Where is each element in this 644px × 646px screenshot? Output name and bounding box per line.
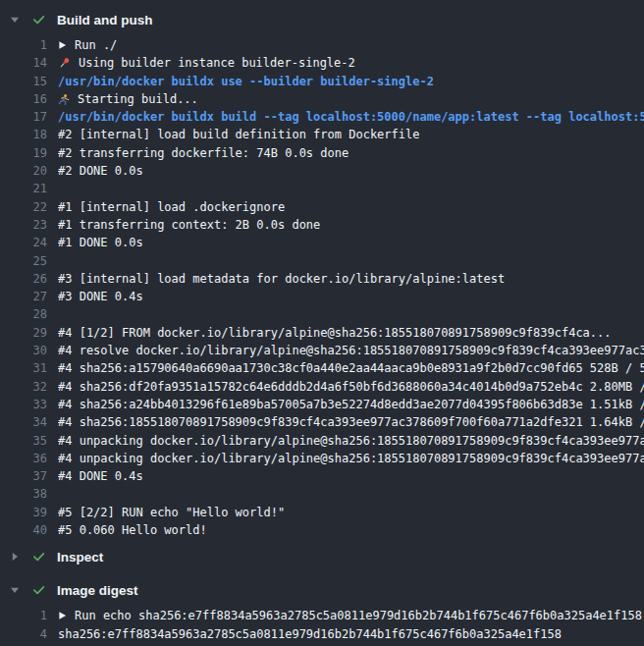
chevron-right-icon[interactable] (10, 552, 20, 562)
log-line: 36#4 unpacking docker.io/library/alpine@… (0, 450, 644, 467)
line-number[interactable]: 40 (0, 521, 47, 539)
line-number[interactable]: 1 (0, 36, 47, 54)
log-text: Using builder instance builder-single-2 (58, 54, 355, 72)
log-line: 18#2 [internal] load build definition fr… (0, 126, 644, 143)
log-line: 23#1 transferring context: 2B 0.0s done (0, 216, 644, 234)
log-line: 31#4 sha256:a15790640a6690aa1730c38cf0a4… (0, 359, 644, 377)
log-text: #1 transferring context: 2B 0.0s done (58, 216, 320, 234)
log-line: 16Starting build... (0, 90, 644, 108)
line-number[interactable]: 20 (0, 162, 47, 180)
log-text: sha256:e7ff8834a5963a2785c5a0811e979d16b… (58, 625, 562, 643)
log-line: 29#4 [1/2] FROM docker.io/library/alpine… (0, 324, 644, 342)
section-header-image-digest[interactable]: Image digest (0, 580, 644, 600)
line-number[interactable]: 32 (0, 378, 47, 396)
line-number[interactable]: 39 (0, 504, 47, 521)
line-number[interactable]: 30 (0, 342, 47, 359)
line-number[interactable]: 14 (0, 54, 47, 72)
log-text: #3 DONE 0.4s (58, 288, 143, 305)
log-line: 14Using builder instance builder-single-… (0, 54, 644, 72)
log-text: Run ./ (58, 36, 117, 54)
line-number[interactable]: 27 (0, 288, 47, 305)
log-text: #2 DONE 0.0s (58, 162, 143, 180)
section-title: Image digest (57, 583, 138, 598)
log-text: Run echo sha256:e7ff8834a5963a2785c5a081… (58, 607, 642, 624)
log-line: 25 (0, 252, 644, 270)
log-text: #1 [internal] load .dockerignore (58, 198, 285, 216)
log-line: 26#3 [internal] load metadata for docker… (0, 270, 644, 288)
line-number[interactable]: 1 (0, 607, 47, 624)
log-text: #4 sha256:a24bb4013296f61e89ba57005a7b3e… (58, 396, 644, 413)
line-number[interactable]: 36 (0, 450, 47, 467)
line-number[interactable]: 25 (0, 252, 47, 270)
pushpin-icon (58, 57, 71, 70)
line-number[interactable]: 4 (0, 625, 47, 643)
log-line: 4sha256:e7ff8834a5963a2785c5a0811e979d16… (0, 625, 644, 643)
line-number[interactable]: 21 (0, 180, 47, 197)
line-number[interactable]: 38 (0, 485, 47, 503)
log-line: 19#2 transferring dockerfile: 74B 0.0s d… (0, 144, 644, 162)
log-line: 39#5 [2/2] RUN echo "Hello world!" (0, 504, 644, 521)
log-line: 40#5 0.060 Hello world! (0, 521, 644, 539)
section-header-inspect[interactable]: Inspect (0, 547, 644, 566)
log-text: #4 DONE 0.4s (58, 467, 143, 485)
log-text: #5 [2/2] RUN echo "Hello world!" (58, 504, 285, 521)
log-text: #1 DONE 0.0s (58, 234, 143, 251)
log-line: 33#4 sha256:a24bb4013296f61e89ba57005a7b… (0, 396, 644, 413)
log-text: #5 0.060 Hello world! (58, 521, 207, 539)
section-title: Inspect (57, 550, 103, 565)
log-text: #3 [internal] load metadata for docker.i… (58, 270, 505, 288)
chevron-down-icon[interactable] (10, 15, 20, 25)
line-number[interactable]: 17 (0, 108, 47, 126)
log-line: 30#4 resolve docker.io/library/alpine@sh… (0, 342, 644, 359)
log-line: 24#1 DONE 0.0s (0, 234, 644, 251)
log-line: 21 (0, 180, 644, 197)
log-line: 20#2 DONE 0.0s (0, 162, 644, 180)
line-number[interactable]: 29 (0, 324, 47, 342)
line-number[interactable]: 26 (0, 270, 47, 288)
log-line: 22#1 [internal] load .dockerignore (0, 198, 644, 216)
line-number[interactable]: 31 (0, 359, 47, 377)
log-text: #4 sha256:185518070891758909c9f839cf4ca3… (58, 413, 644, 431)
log-text: #4 resolve docker.io/library/alpine@sha2… (58, 342, 644, 359)
log-text: #4 unpacking docker.io/library/alpine@sh… (58, 450, 644, 467)
line-number[interactable]: 28 (0, 305, 47, 323)
log-text: #2 [internal] load build definition from… (58, 126, 419, 143)
log-line: 34#4 sha256:185518070891758909c9f839cf4c… (0, 413, 644, 431)
log-line: 1Run echo sha256:e7ff8834a5963a2785c5a08… (0, 607, 644, 624)
log-line: 32#4 sha256:df20fa9351a15782c64e6dddb2d4… (0, 378, 644, 396)
log-line: 35#4 unpacking docker.io/library/alpine@… (0, 432, 644, 450)
line-number[interactable]: 23 (0, 216, 47, 234)
line-number[interactable]: 33 (0, 396, 47, 413)
line-number[interactable]: 18 (0, 126, 47, 143)
line-number[interactable]: 37 (0, 467, 47, 485)
play-icon[interactable] (58, 40, 67, 50)
line-number[interactable]: 19 (0, 144, 47, 162)
line-number[interactable]: 34 (0, 413, 47, 431)
log-command-text: /usr/bin/docker buildx build --tag local… (58, 108, 644, 126)
log-text: #4 sha256:df20fa9351a15782c64e6dddb2d4a6… (58, 378, 644, 396)
runner-icon (58, 93, 70, 106)
log-line: 37#4 DONE 0.4s (0, 467, 644, 485)
line-number[interactable]: 35 (0, 432, 47, 450)
log-line: 38 (0, 485, 644, 503)
log-line: 15/usr/bin/docker buildx use --builder b… (0, 73, 644, 90)
log-text: Starting build... (58, 90, 198, 108)
log-line: 17/usr/bin/docker buildx build --tag loc… (0, 108, 644, 126)
log-lines-image-digest: 1Run echo sha256:e7ff8834a5963a2785c5a08… (0, 607, 644, 643)
log-text: #4 unpacking docker.io/library/alpine@sh… (58, 432, 644, 450)
play-icon[interactable] (58, 611, 67, 620)
log-text: #4 sha256:a15790640a6690aa1730c38cf0a440… (58, 359, 644, 377)
log-line: 1Run ./ (0, 36, 644, 54)
section-title: Build and push (57, 13, 153, 27)
line-number[interactable]: 15 (0, 73, 47, 90)
log-text: #2 transferring dockerfile: 74B 0.0s don… (58, 144, 349, 162)
line-number[interactable]: 22 (0, 198, 47, 216)
check-icon (31, 583, 46, 598)
chevron-down-icon[interactable] (10, 585, 20, 595)
line-number[interactable]: 16 (0, 90, 47, 108)
workflow-log-viewer: Build and push 1Run ./14Using builder in… (0, 0, 644, 646)
section-header-build-and-push[interactable]: Build and push (0, 10, 644, 29)
log-line: 28 (0, 305, 644, 323)
line-number[interactable]: 24 (0, 234, 47, 251)
log-command-text: /usr/bin/docker buildx use --builder bui… (58, 73, 434, 90)
